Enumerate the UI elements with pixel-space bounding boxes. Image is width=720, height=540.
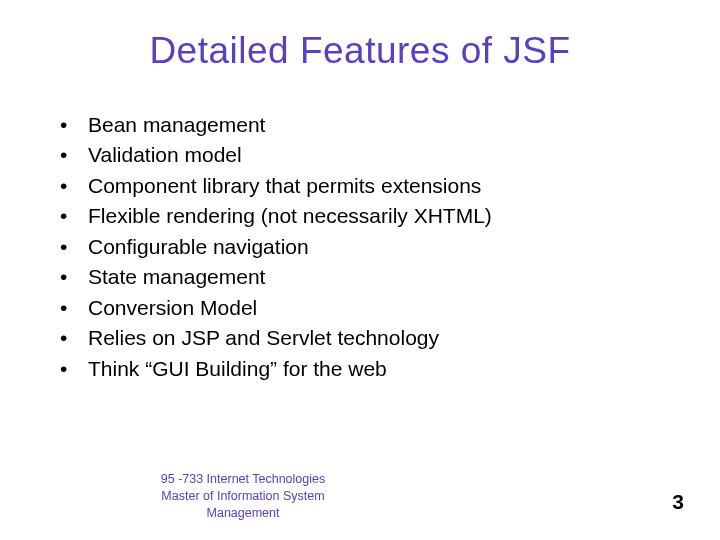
list-item: Bean management (60, 110, 670, 140)
list-item: Flexible rendering (not necessarily XHTM… (60, 201, 670, 231)
slide: Detailed Features of JSF Bean management… (0, 0, 720, 540)
list-item: Think “GUI Building” for the web (60, 354, 670, 384)
page-number: 3 (672, 490, 684, 514)
footer: 95 -733 Internet Technologies Master of … (0, 471, 720, 522)
bullet-list: Bean management Validation model Compone… (50, 110, 670, 384)
list-item: Conversion Model (60, 293, 670, 323)
slide-title: Detailed Features of JSF (50, 30, 670, 72)
footer-line-1: 95 -733 Internet Technologies (128, 471, 358, 488)
list-item: Configurable navigation (60, 232, 670, 262)
list-item: State management (60, 262, 670, 292)
footer-text: 95 -733 Internet Technologies Master of … (128, 471, 358, 522)
footer-line-2: Master of Information System Management (128, 488, 358, 522)
list-item: Component library that permits extension… (60, 171, 670, 201)
list-item: Validation model (60, 140, 670, 170)
list-item: Relies on JSP and Servlet technology (60, 323, 670, 353)
